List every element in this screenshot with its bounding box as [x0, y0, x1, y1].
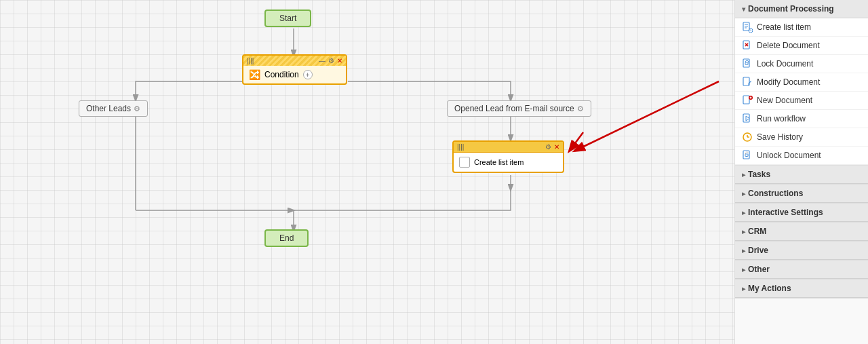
other-leads-label: Other Leads — [86, 104, 131, 113]
modify-document-label: Modify Document — [757, 77, 820, 87]
svg-marker-30 — [746, 116, 749, 121]
create-list-item-label: Create list item — [757, 22, 811, 32]
svg-line-8 — [575, 81, 719, 151]
sidebar-item-delete-document[interactable]: Delete Document — [735, 37, 868, 55]
sidebar-item-new-document[interactable]: New Document — [735, 92, 868, 110]
unlock-document-icon — [742, 150, 753, 161]
section-label-other: Other — [748, 265, 770, 274]
sidebar-section-header-tasks[interactable]: ▸Tasks — [735, 166, 868, 184]
svg-rect-25 — [743, 96, 749, 104]
section-arrow-drive: ▸ — [742, 247, 745, 254]
sidebar-item-run-workflow[interactable]: Run workflow — [735, 110, 868, 128]
condition-close-icon[interactable]: ✕ — [337, 57, 342, 64]
sidebar-section-document-processing: ▾Document ProcessingCreate list itemDele… — [735, 0, 868, 166]
svg-rect-20 — [745, 62, 748, 65]
section-label-constructions: Constructions — [748, 189, 803, 198]
sidebar-section-other: ▸Other — [735, 261, 868, 280]
create-list-icon — [459, 157, 470, 168]
sidebar: ▾Document ProcessingCreate list itemDele… — [734, 0, 868, 344]
sidebar-section-drive: ▸Drive — [735, 242, 868, 261]
lock-document-label: Lock Document — [757, 59, 813, 69]
start-node[interactable]: Start — [264, 9, 311, 27]
svg-line-24 — [751, 81, 751, 81]
section-label-my-actions: My Actions — [748, 284, 791, 293]
condition-settings-icon[interactable]: ⚙ — [328, 57, 334, 64]
create-list-close-icon[interactable]: ✕ — [554, 143, 559, 151]
section-arrow-tasks: ▸ — [742, 171, 745, 178]
sidebar-section-crm: ▸CRM — [735, 223, 868, 242]
sidebar-section-tasks: ▸Tasks — [735, 166, 868, 185]
section-arrow-constructions: ▸ — [742, 190, 745, 197]
section-arrow-interactive-settings: ▸ — [742, 209, 745, 216]
sidebar-item-modify-document[interactable]: Modify Document — [735, 73, 868, 92]
sidebar-section-header-crm[interactable]: ▸CRM — [735, 223, 868, 241]
sidebar-section-interactive-settings: ▸Interactive Settings — [735, 204, 868, 223]
sidebar-item-unlock-document[interactable]: Unlock Document — [735, 147, 868, 165]
sidebar-items-document-processing: Create list itemDelete DocumentLock Docu… — [735, 18, 868, 165]
opened-lead-label: Opened Lead from E-mail source — [454, 104, 574, 113]
run-workflow-icon — [742, 113, 753, 124]
sidebar-section-constructions: ▸Constructions — [735, 185, 868, 204]
workflow-canvas[interactable]: Start |||| — ⚙ ✕ 🔀 Condition + Other Lea… — [0, 0, 734, 344]
section-label-crm: CRM — [748, 227, 766, 236]
new-document-label: New Document — [757, 96, 812, 105]
condition-label: Condition — [264, 70, 299, 79]
condition-add-button[interactable]: + — [303, 70, 313, 79]
end-node[interactable]: End — [264, 229, 309, 247]
condition-minimize-icon[interactable]: — — [319, 57, 326, 64]
section-arrow-my-actions: ▸ — [742, 285, 745, 292]
section-arrow-crm: ▸ — [742, 228, 745, 235]
section-label-drive: Drive — [748, 246, 768, 255]
section-label-interactive-settings: Interactive Settings — [748, 208, 823, 217]
create-list-node[interactable]: |||| ⚙ ✕ Create list item — [452, 140, 564, 173]
svg-rect-35 — [745, 154, 748, 157]
delete-document-icon — [742, 40, 753, 51]
opened-lead-node[interactable]: Opened Lead from E-mail source ⚙ — [447, 100, 591, 117]
sidebar-section-header-constructions[interactable]: ▸Constructions — [735, 185, 868, 203]
sidebar-item-save-history[interactable]: Save History — [735, 128, 868, 147]
sidebar-section-header-document-processing[interactable]: ▾Document Processing — [735, 0, 868, 18]
modify-document-icon — [742, 77, 753, 88]
delete-document-label: Delete Document — [757, 41, 820, 50]
svg-line-6 — [570, 132, 583, 151]
sidebar-section-header-drive[interactable]: ▸Drive — [735, 242, 868, 260]
section-label-tasks: Tasks — [748, 170, 770, 179]
save-history-icon — [742, 132, 753, 142]
sidebar-section-header-interactive-settings[interactable]: ▸Interactive Settings — [735, 204, 868, 222]
create-list-label: Create list item — [474, 158, 524, 166]
create-list-settings-icon[interactable]: ⚙ — [545, 143, 551, 151]
lock-document-icon — [742, 58, 753, 69]
run-workflow-label: Run workflow — [757, 114, 806, 123]
opened-lead-settings-icon[interactable]: ⚙ — [577, 104, 584, 113]
other-leads-settings-icon[interactable]: ⚙ — [134, 104, 140, 113]
new-document-icon — [742, 95, 753, 106]
section-arrow-other: ▸ — [742, 266, 745, 273]
sidebar-section-header-other[interactable]: ▸Other — [735, 261, 868, 279]
condition-node[interactable]: |||| — ⚙ ✕ 🔀 Condition + — [242, 54, 347, 85]
sidebar-item-lock-document[interactable]: Lock Document — [735, 55, 868, 73]
sidebar-item-create-list-item[interactable]: Create list item — [735, 18, 868, 37]
save-history-label: Save History — [757, 132, 803, 142]
other-leads-node[interactable]: Other Leads ⚙ — [79, 100, 148, 117]
create-list-item-icon — [742, 22, 753, 33]
section-label-document-processing: Document Processing — [748, 4, 834, 14]
section-arrow-document-processing: ▾ — [742, 5, 745, 13]
sidebar-section-header-my-actions[interactable]: ▸My Actions — [735, 280, 868, 298]
sidebar-section-my-actions: ▸My Actions — [735, 280, 868, 299]
unlock-document-label: Unlock Document — [757, 151, 821, 160]
